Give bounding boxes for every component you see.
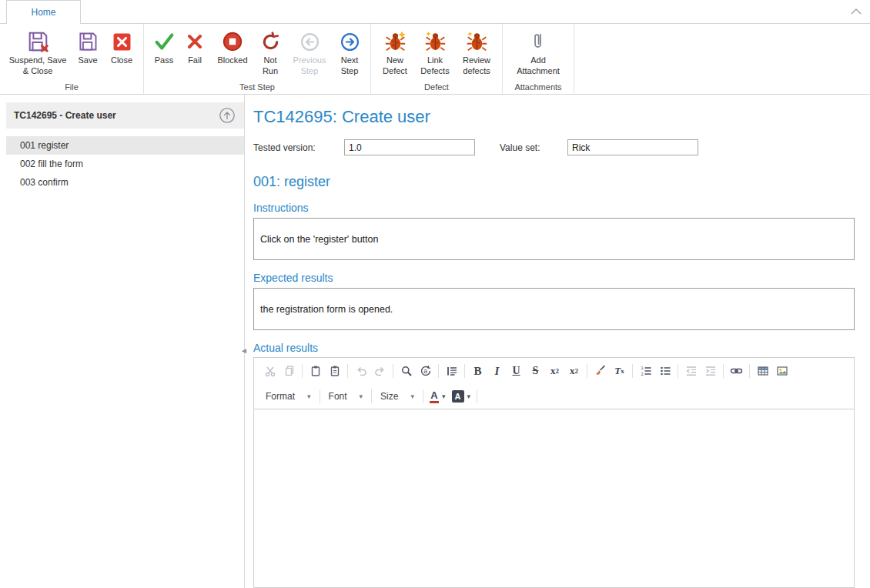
tested-version-label: Tested version: <box>253 142 344 153</box>
tab-home[interactable]: Home <box>6 0 81 24</box>
button-label: Link Defects <box>417 55 453 77</box>
size-combo[interactable]: Size ▾ <box>375 388 420 405</box>
svg-text:2.: 2. <box>641 372 644 376</box>
ribbon-group-file: Suspend, Save & Close Save Close File <box>0 24 144 94</box>
next-arrow-icon <box>337 29 362 54</box>
circle-up-arrow-icon <box>219 107 236 124</box>
step-list-item-001[interactable]: 001 register <box>6 136 244 155</box>
image-button[interactable] <box>772 362 791 380</box>
paste-text-icon <box>329 365 341 377</box>
paste-plain-text-button[interactable] <box>325 362 344 380</box>
ribbon-collapse-button[interactable] <box>850 7 862 16</box>
copy-button[interactable] <box>279 362 299 380</box>
text-color-button[interactable]: A ▾ <box>430 390 446 403</box>
button-label: Not Run <box>259 55 282 77</box>
underline-button[interactable]: U <box>507 362 526 380</box>
save-button[interactable]: Save <box>71 28 105 68</box>
numbered-list-button[interactable]: 1. 2. <box>636 362 655 380</box>
toolbar-separator <box>393 364 393 378</box>
cut-button[interactable] <box>260 362 279 380</box>
cut-icon <box>264 365 276 377</box>
link-defects-bug-icon <box>423 29 447 54</box>
chevron-down-icon: ▾ <box>410 393 414 400</box>
replace-button[interactable]: a <box>416 362 435 380</box>
tested-version-input[interactable] <box>344 139 475 155</box>
button-label: Fail <box>184 55 206 66</box>
superscript-button[interactable]: x2 <box>564 362 584 380</box>
find-button[interactable] <box>397 362 416 380</box>
indent-icon <box>704 365 717 377</box>
expected-results-heading: Expected results <box>253 272 855 284</box>
previous-arrow-icon <box>297 29 322 54</box>
chevron-down-icon: ▾ <box>360 393 363 400</box>
test-case-header: TC142695 - Create user <box>6 102 244 129</box>
subscript-button[interactable]: x2 <box>545 362 564 380</box>
ribbon-group-defect-label: Defect <box>371 82 502 92</box>
actual-results-textarea[interactable] <box>254 409 854 587</box>
ribbon-group-test-step-label: Test Step <box>144 82 370 92</box>
link-defects-button[interactable]: Link Defects <box>414 28 456 79</box>
remove-format-button[interactable]: Tx <box>610 362 629 380</box>
step-list-item-002[interactable]: 002 fill the form <box>6 155 244 173</box>
button-label: Suspend, Save & Close <box>8 55 68 77</box>
bulleted-list-button[interactable] <box>655 362 674 380</box>
link-button[interactable] <box>727 362 746 380</box>
ribbon: Suspend, Save & Close Save Close File <box>0 23 870 95</box>
button-label: Add Attachment <box>510 55 566 77</box>
chevron-down-icon: ▾ <box>467 393 471 400</box>
format-combo[interactable]: Format ▾ <box>260 388 316 405</box>
background-color-button[interactable]: A ▾ <box>452 390 471 403</box>
table-icon <box>757 365 769 377</box>
suspend-save-close-button[interactable]: Suspend, Save & Close <box>5 28 71 79</box>
value-set-input[interactable] <box>567 139 698 155</box>
review-defects-bug-icon <box>464 29 489 54</box>
splitter-collapse[interactable]: ◄ <box>240 346 248 355</box>
pass-check-icon <box>152 29 176 54</box>
replace-icon: a <box>420 365 432 377</box>
add-attachment-button[interactable]: Add Attachment <box>507 28 569 79</box>
new-defect-button[interactable]: New Defect <box>376 28 414 79</box>
image-icon <box>776 365 788 377</box>
chevron-up-icon <box>851 8 862 15</box>
next-step-button[interactable]: Next Step <box>333 28 366 79</box>
close-button[interactable]: Close <box>105 28 139 68</box>
not-run-button[interactable]: Not Run <box>255 28 286 79</box>
bold-button[interactable]: B <box>468 362 487 380</box>
toolbar-separator <box>477 389 477 403</box>
fail-x-icon <box>182 29 207 54</box>
outdent-icon <box>685 365 698 377</box>
blockquote-button[interactable] <box>442 362 461 380</box>
button-label: Save <box>74 55 102 66</box>
redo-button[interactable] <box>370 362 390 380</box>
blocked-button[interactable]: Blocked <box>210 28 255 68</box>
ribbon-group-file-label: File <box>0 82 143 92</box>
previous-step-button[interactable]: Previous Step <box>286 28 333 79</box>
collapse-up-button[interactable] <box>218 106 236 125</box>
fail-button[interactable]: Fail <box>179 28 210 68</box>
table-button[interactable] <box>753 362 772 380</box>
step-list: 001 register 002 fill the form 003 confi… <box>0 136 244 192</box>
undo-button[interactable] <box>351 362 370 380</box>
step-list-item-003[interactable]: 003 confirm <box>6 173 244 192</box>
strikethrough-button[interactable]: S <box>526 362 545 380</box>
font-combo-label: Font <box>329 391 347 402</box>
ribbon-group-defect: New Defect Link Defects <box>371 24 503 94</box>
button-label: Blocked <box>213 55 252 66</box>
toolbar-separator <box>371 389 372 403</box>
pass-button[interactable]: Pass <box>149 28 179 68</box>
suspend-save-icon <box>25 29 50 54</box>
increase-indent-button[interactable] <box>701 362 720 380</box>
toolbar-separator <box>632 364 633 378</box>
italic-button[interactable]: I <box>487 362 507 380</box>
font-combo[interactable]: Font ▾ <box>323 388 369 405</box>
review-defects-button[interactable]: Review defects <box>456 28 497 79</box>
toolbar-separator <box>320 389 320 403</box>
blocked-stop-icon <box>220 29 245 54</box>
steps-sidebar: TC142695 - Create user 001 register 002 … <box>0 95 245 588</box>
decrease-indent-button[interactable] <box>681 362 701 380</box>
actual-results-heading: Actual results <box>253 342 855 354</box>
toolbar-separator <box>749 364 750 378</box>
copy-formatting-button[interactable] <box>591 362 610 380</box>
editor-toolbar-row1: a B I U S x2 x2 <box>254 358 854 384</box>
paste-button[interactable] <box>306 362 325 380</box>
